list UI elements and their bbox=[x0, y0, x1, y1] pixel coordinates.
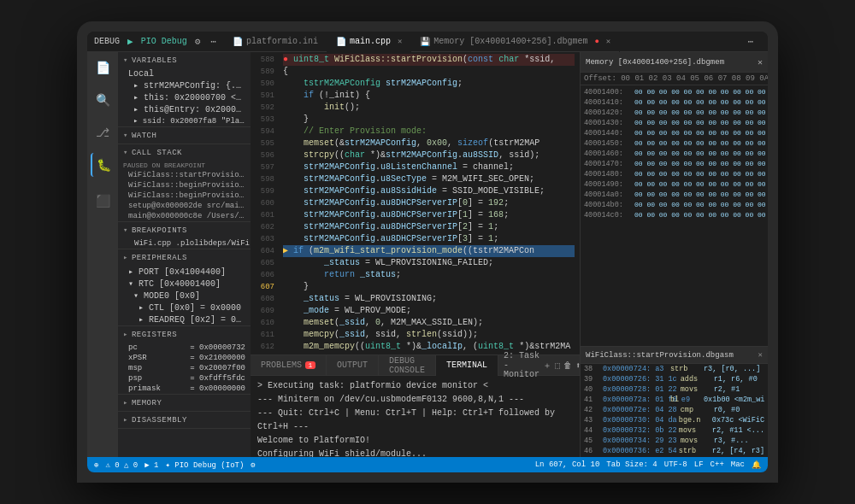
breakpoint-item[interactable]: WiFi.cpp .plolibdeps/WiFi... 588 bbox=[118, 238, 251, 249]
watch-header[interactable]: ▾ WATCH bbox=[118, 127, 251, 144]
memory-row: 40001490:00 00 00 00 00 00 00 00 00 00 0… bbox=[584, 179, 764, 190]
play-button[interactable]: ▶ bbox=[125, 36, 136, 47]
tab-output[interactable]: OUTPUT bbox=[327, 355, 379, 376]
disasm-row: 400x00000728: 01 22movsr2, #1 bbox=[581, 384, 768, 395]
tab-memory[interactable]: 💾 Memory [0x40001400+256].dbgmem ● ✕ bbox=[411, 32, 620, 52]
git-branch[interactable]: ⊕ bbox=[94, 460, 98, 470]
close-memory-icon[interactable]: ✕ bbox=[758, 57, 763, 67]
add-terminal-icon[interactable]: ＋ bbox=[543, 360, 551, 372]
split-icon[interactable]: ⋯ bbox=[745, 36, 756, 47]
code-line: _status = WL_PROVISIONING_FAILED; bbox=[283, 257, 575, 269]
code-line: return _status; bbox=[283, 269, 575, 281]
watch-section: ▾ WATCH bbox=[118, 127, 251, 144]
terminal-content[interactable]: > Executing task: platformio device moni… bbox=[251, 376, 580, 457]
memory-nav-header[interactable]: ▸ MEMORY bbox=[118, 395, 251, 411]
variables-section: ▾ VARIABLES Local ▸ strM2MAPConfig: {...… bbox=[118, 52, 251, 127]
settings-icon[interactable]: ⚙ bbox=[192, 36, 203, 47]
register-xpsr: xPSR= 0x21000000 bbox=[118, 353, 251, 363]
bottom-tabs: PROBLEMS 1 OUTPUT DEBUG CONSOLE TERMINAL… bbox=[251, 355, 580, 376]
code-line: { bbox=[283, 66, 575, 78]
peripheral-item[interactable]: ▾ RTC [0x40001400] bbox=[118, 278, 251, 290]
peripherals-section: ▸ PERIPHERALS ▸ PORT [0x41004400] ▾ RTC … bbox=[118, 249, 251, 326]
tab-debug-console[interactable]: DEBUG CONSOLE bbox=[379, 355, 436, 376]
var-ssid[interactable]: ▸ ssid: 0x20007fa8 "PlatformIO-31... bbox=[118, 115, 251, 126]
memory-row: 40001430:00 00 00 00 00 00 00 00 00 00 0… bbox=[584, 118, 764, 128]
bottom-panel: PROBLEMS 1 OUTPUT DEBUG CONSOLE TERMINAL… bbox=[251, 355, 580, 457]
platform[interactable]: Mac bbox=[731, 460, 745, 469]
sync-icon[interactable]: ⚙ bbox=[251, 460, 255, 470]
pio-debug-status[interactable]: ▶ 1 bbox=[144, 460, 158, 470]
side-panel: ▾ VARIABLES Local ▸ strM2MAPConfig: {...… bbox=[118, 52, 251, 457]
disasm-panel: WiFiClass::startProvision.dbgasm ✕ 380x0… bbox=[581, 346, 768, 457]
debug-bar: DEBUG ▶ PIO Debug ⚙ ⋯ 📄 platformio.ini 📄… bbox=[87, 32, 768, 52]
breakpoints-header[interactable]: ▾ BREAKPOINTS bbox=[118, 222, 251, 238]
var-this-entry[interactable]: ▸ this@Entry: 0x20000700 <WiFi> bbox=[118, 103, 251, 115]
notifications-icon[interactable]: 🔔 bbox=[752, 460, 761, 470]
code-line: memcpy(_ssid, ssid, strlen(ssid)); bbox=[283, 329, 575, 341]
status-left: ⊕ ⚠ 0 △ 0 ▶ 1 ✦ PIO Debug (IoT) ⚙ bbox=[94, 460, 256, 470]
callstack-item[interactable]: setup@0x000002de src/main.cpp bbox=[118, 201, 251, 211]
peripheral-item[interactable]: ▸ PORT [0x41004400] bbox=[118, 266, 251, 278]
code-line: strM2MAPConfig.u8ListenChannel = channel… bbox=[283, 161, 575, 173]
code-line: if (!_init) { bbox=[283, 90, 575, 102]
activity-search[interactable]: 🔍 bbox=[91, 88, 115, 112]
encoding[interactable]: UTF-8 bbox=[664, 460, 687, 469]
kill-terminal-icon[interactable]: 🗑 bbox=[563, 360, 572, 371]
close-disasm-icon[interactable]: ✕ bbox=[758, 350, 763, 360]
disasm-header: WiFiClass::startProvision.dbgasm ✕ bbox=[581, 347, 768, 364]
tab-terminal[interactable]: TERMINAL bbox=[436, 355, 498, 376]
activity-debug[interactable]: 🐛 bbox=[91, 153, 115, 177]
memory-row: 40001400:00 00 00 00 00 00 00 00 00 00 0… bbox=[584, 87, 764, 97]
status-bar: ⊕ ⚠ 0 △ 0 ▶ 1 ✦ PIO Debug (IoT) ⚙ Ln 607… bbox=[87, 457, 768, 472]
peripheral-item[interactable]: ▸ READREQ [0x2] = 0x0010 bbox=[118, 314, 251, 325]
memory-nav-section: ▸ MEMORY bbox=[118, 395, 251, 412]
callstack-item[interactable]: WiFiClass::beginProvision0x0000 bbox=[118, 180, 251, 190]
disasm-row: 420x0000072e: 04 28cmpr0, #0 bbox=[581, 405, 768, 415]
callstack-item[interactable]: WiFiClass::beginProvision0x0000 bbox=[118, 190, 251, 201]
var-item[interactable]: ▸ strM2MAPConfig: {...} bbox=[118, 79, 251, 91]
registers-section: ▸ REGISTERS pc= 0x00000732 xPSR= 0x21000… bbox=[118, 326, 251, 395]
code-content: 588589590591592 593594595596597 59859960… bbox=[251, 52, 580, 355]
var-this[interactable]: ▸ this: 0x20000700 <WiFi> bbox=[118, 91, 251, 103]
memory-row: 40001440:00 00 00 00 00 00 00 00 00 00 0… bbox=[584, 128, 764, 138]
tab-problems[interactable]: PROBLEMS 1 bbox=[251, 355, 327, 376]
code-line: strcpy((char *)&strM2MAPConfig.au8SSID, … bbox=[283, 149, 575, 161]
callstack-item[interactable]: main@0x000000c8e /Users/ikravets... bbox=[118, 211, 251, 221]
laptop-frame: DEBUG ▶ PIO Debug ⚙ ⋯ 📄 platformio.ini 📄… bbox=[77, 21, 778, 483]
pio-label: PIO Debug bbox=[141, 37, 187, 46]
code-line: strM2MAPConfig.au8DHCPServerIP[0] = 192; bbox=[283, 197, 575, 209]
callstack-section: ▾ CALL STACK PAUSED ON BREAKPOINT WiFiCl… bbox=[118, 144, 251, 222]
tab-main-cpp[interactable]: 📄 main.cpp ✕ bbox=[327, 32, 411, 52]
breakpoints-section: ▾ BREAKPOINTS WiFi.cpp .plolibdeps/WiFi.… bbox=[118, 222, 251, 249]
code-line: _mode = WL_PROV_MODE; bbox=[283, 305, 575, 317]
peripherals-header[interactable]: ▸ PERIPHERALS bbox=[118, 249, 251, 266]
activity-git[interactable]: ⎇ bbox=[91, 120, 115, 144]
variables-header[interactable]: ▾ VARIABLES bbox=[118, 52, 251, 68]
callstack-item[interactable]: WiFiClass::startProvision0x0000 bbox=[118, 170, 251, 180]
code-line: strM2MAPConfig.au8DHCPServerIP[3] = 1; bbox=[283, 233, 575, 245]
disasm-row: 390x00000726: 31 1caddsr1, r6, #0 bbox=[581, 374, 768, 384]
activity-extensions[interactable]: ⬛ bbox=[91, 189, 115, 213]
terminal-line: --- Quit: Ctrl+C | Menu: Ctrl+T | Help: … bbox=[257, 407, 573, 434]
activity-files[interactable]: 📄 bbox=[91, 56, 115, 79]
callstack-header[interactable]: ▾ CALL STACK bbox=[118, 144, 251, 161]
errors-warnings[interactable]: ⚠ 0 △ 0 bbox=[105, 460, 138, 470]
language[interactable]: C++ bbox=[711, 460, 724, 469]
main-area: 📄 🔍 ⎇ 🐛 ⬛ ▾ VARIABLES Local ▸ strM2MAPCo… bbox=[87, 52, 768, 457]
tab-platformio[interactable]: 📄 platformio.ini bbox=[224, 32, 327, 52]
disassembly-nav-header[interactable]: ▸ DISASSEMBLY bbox=[118, 412, 251, 428]
split-terminal-icon[interactable]: ⬚ bbox=[555, 360, 560, 371]
cursor-position[interactable]: Ln 607, Col 10 bbox=[535, 460, 600, 469]
peripheral-item[interactable]: ▸ CTL [0x0] = 0x0000 bbox=[118, 302, 251, 314]
disasm-row-current: 430x00000730: 04 dabge.n0x73c <WiFiC bbox=[581, 415, 768, 425]
dots-icon[interactable]: ⋯ bbox=[208, 36, 219, 47]
peripheral-item[interactable]: ▾ MODE0 [0x0] bbox=[118, 290, 251, 302]
line-ending[interactable]: LF bbox=[694, 460, 704, 469]
memory-row: 40001480:00 00 00 00 00 00 00 00 00 00 0… bbox=[584, 169, 764, 179]
tab-size[interactable]: Tab Size: 4 bbox=[606, 460, 657, 469]
pio-env[interactable]: ✦ PIO Debug (IoT) bbox=[166, 460, 245, 470]
registers-header[interactable]: ▸ REGISTERS bbox=[118, 326, 251, 343]
right-panel: Memory [0x40001400+256].dbgmem ✕ Offset:… bbox=[580, 52, 768, 457]
terminal-line: --- Miniterm on /dev/cu.usbmodemF0132 96… bbox=[257, 393, 573, 407]
activity-bar: 📄 🔍 ⎇ 🐛 ⬛ bbox=[87, 52, 118, 457]
